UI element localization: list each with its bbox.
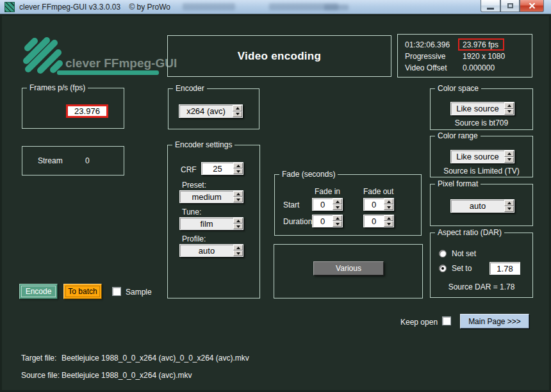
info-scan-type: Progressive [405, 52, 445, 61]
info-resolution: 1920 x 1080 [463, 52, 505, 61]
sample-checkbox[interactable] [112, 287, 121, 296]
fade-start-out-value: 0 [364, 200, 384, 209]
spin-down-button[interactable] [333, 204, 342, 210]
maximize-icon [507, 3, 513, 8]
spin-down-button[interactable] [233, 111, 242, 118]
color-space-note: Source is bt709 [431, 118, 532, 127]
encoder-settings-title: Encoder settings [172, 140, 234, 149]
spin-up-button[interactable] [504, 102, 514, 109]
sample-label[interactable]: Sample [126, 288, 152, 297]
spin-down-button[interactable] [233, 224, 243, 229]
crf-spinner[interactable]: 25 [201, 162, 243, 175]
color-range-group: Color range Like source Source is Limite… [430, 136, 533, 177]
arrow-up-icon [507, 104, 511, 107]
spin-up-button[interactable] [504, 151, 514, 157]
encoder-settings-group: Encoder settings CRF 25 Preset: medium T… [167, 145, 260, 298]
to-batch-button-label: To batch [68, 287, 97, 296]
various-button[interactable]: Various [313, 261, 384, 275]
not-set-label[interactable]: Not set [452, 249, 476, 258]
spin-down-button[interactable] [333, 221, 342, 227]
minimize-button[interactable] [481, 0, 500, 12]
arrow-down-icon [507, 208, 511, 210]
spin-up-button[interactable] [233, 218, 243, 224]
arrow-up-icon [387, 200, 391, 203]
color-space-spinner[interactable]: Like source [450, 102, 514, 115]
source-file-label: Source file: [21, 371, 60, 380]
pixel-format-group: Pixel format auto [430, 184, 533, 226]
fps-highlight-outline [458, 38, 504, 51]
app-window: clever FFmpeg-GUI v3.3.0.03 © by ProWo [0, 0, 551, 392]
info-offset-value: 0.000000 [463, 63, 495, 72]
logo-underbar [57, 70, 159, 75]
fade-start-in-spinner[interactable]: 0 [312, 198, 343, 211]
not-set-radio[interactable] [439, 250, 447, 257]
main-page-button[interactable]: Main Page >>> [460, 314, 529, 329]
arrow-down-icon [507, 158, 511, 161]
spin-up-button[interactable] [233, 163, 243, 168]
spin-up-button[interactable] [233, 191, 243, 197]
fps-input[interactable]: 23.976 [66, 104, 108, 118]
encoder-spinner-buttons [233, 105, 242, 117]
profile-label: Profile: [182, 234, 206, 243]
spinner-buttons [504, 151, 514, 163]
preset-value: medium [180, 192, 233, 202]
color-range-spinner[interactable]: Like source [450, 150, 514, 163]
spin-down-button[interactable] [504, 206, 514, 213]
info-timecode: 01:32:06.396 [405, 40, 450, 49]
set-to-radio[interactable] [439, 265, 447, 272]
to-batch-button[interactable]: To batch [63, 284, 102, 299]
video-info-panel: 01:32:06.396 23.976 fps Progressive 1920… [397, 34, 532, 78]
titlebar-ghost-artifact [324, 4, 349, 10]
spin-up-button[interactable] [233, 105, 242, 111]
various-button-label: Various [336, 264, 361, 273]
spin-up-button[interactable] [504, 200, 514, 206]
spin-up-button[interactable] [384, 199, 393, 204]
set-to-label[interactable]: Set to [452, 264, 472, 273]
window-controls [481, 0, 544, 13]
titlebar-ghost-artifact [183, 3, 235, 10]
pixel-format-value: auto [451, 201, 504, 211]
dar-input[interactable]: 1.78 [489, 262, 520, 275]
spin-down-button[interactable] [233, 168, 243, 174]
spin-up-button[interactable] [384, 215, 393, 221]
spin-up-button[interactable] [233, 245, 243, 250]
titlebar[interactable]: clever FFmpeg-GUI v3.3.0.03 © by ProWo [0, 0, 551, 14]
encode-button[interactable]: Encode [19, 284, 58, 299]
keep-open-checkbox[interactable] [442, 316, 451, 325]
arrow-down-icon [387, 206, 391, 209]
crf-spinner-buttons [233, 163, 243, 174]
fade-duration-in-spinner[interactable]: 0 [312, 215, 343, 227]
spin-down-button[interactable] [233, 250, 243, 256]
arrow-up-icon [236, 247, 240, 249]
spin-up-button[interactable] [333, 199, 342, 204]
fade-duration-out-spinner[interactable]: 0 [363, 215, 394, 227]
spin-down-button[interactable] [384, 204, 393, 210]
spin-down-button[interactable] [384, 221, 393, 227]
spin-down-button[interactable] [504, 157, 514, 163]
tune-spinner-buttons [233, 218, 243, 229]
fade-out-header: Fade out [363, 187, 393, 196]
tune-spinner[interactable]: film [179, 217, 243, 230]
maximize-button[interactable] [500, 0, 520, 12]
spin-up-button[interactable] [333, 215, 342, 221]
fade-duration-label: Duration [283, 217, 312, 226]
pixel-format-spinner[interactable]: auto [450, 199, 514, 213]
preset-spinner[interactable]: medium [179, 190, 243, 203]
arrow-down-icon [236, 199, 240, 201]
source-dar-note: Source DAR = 1.78 [431, 282, 532, 291]
fade-group-title: Fade (seconds) [279, 170, 338, 179]
target-file-label: Target file: [21, 354, 56, 363]
keep-open-label[interactable]: Keep open [400, 318, 438, 327]
arrow-down-icon [336, 206, 340, 209]
arrow-up-icon [336, 200, 340, 203]
spin-down-button[interactable] [504, 109, 514, 115]
fade-start-out-spinner[interactable]: 0 [363, 198, 394, 211]
main-page-button-label: Main Page >>> [468, 317, 521, 326]
spinner-buttons [504, 102, 514, 115]
arrow-up-icon [236, 193, 240, 195]
spin-down-button[interactable] [233, 197, 243, 202]
encoder-spinner[interactable]: x264 (avc) [179, 104, 243, 118]
close-button[interactable] [520, 0, 544, 12]
arrow-up-icon [387, 217, 391, 220]
profile-spinner[interactable]: auto [179, 244, 243, 257]
